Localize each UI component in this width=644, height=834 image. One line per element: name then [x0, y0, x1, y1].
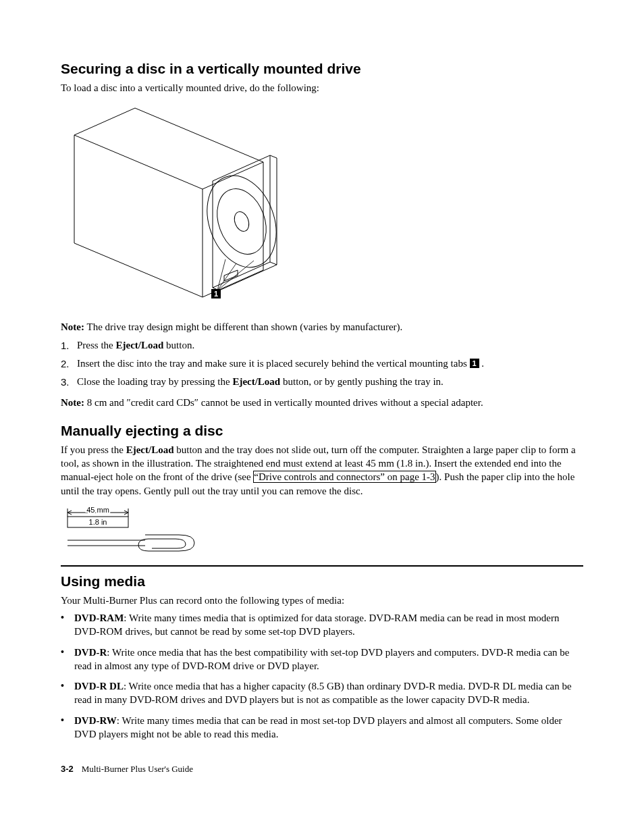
step-text: Press the Eject/Load button.: [77, 338, 583, 353]
list-item: DVD-R DL: Write once media that has a hi…: [61, 679, 583, 707]
note-design: Note: The drive tray design might be dif…: [61, 320, 583, 334]
intro-securing: To load a disc into a vertically mounted…: [61, 81, 583, 95]
media-term: DVD-RW: [74, 715, 117, 726]
media-term: DVD-RAM: [74, 613, 124, 623]
steps-list: 1. Press the Eject/Load button. 2. Inser…: [61, 338, 583, 389]
eject-load-label: Eject/Load: [126, 444, 174, 455]
callout-1-figure: 1: [214, 290, 218, 298]
callout-1-inline: 1: [470, 359, 479, 368]
page-footer: 3-2Multi-Burner Plus User's Guide: [61, 764, 583, 775]
section-rule: [61, 565, 583, 567]
step-num: 3.: [61, 375, 77, 389]
manual-eject-paragraph: If you press the Eject/Load button and t…: [61, 443, 583, 498]
media-def: : Write once media that has a higher cap…: [74, 681, 572, 705]
note-8cm-text: 8 cm and ″credit card CDs″ cannot be use…: [84, 397, 483, 408]
page-content: Securing a disc in a vertically mounted …: [0, 0, 644, 815]
media-term: DVD-R DL: [74, 681, 124, 692]
intro-using-media: Your Multi-Burner Plus can record onto t…: [61, 594, 583, 607]
section-using-media: Using media Your Multi-Burner Plus can r…: [61, 573, 583, 741]
figure-vertical-drive: 1: [61, 101, 583, 311]
media-def: : Write many times media that can be rea…: [74, 715, 562, 739]
list-item: DVD-RW: Write many times media that can …: [61, 714, 583, 741]
list-item: DVD-RAM: Write many times media that is …: [61, 611, 583, 639]
note-label: Note:: [61, 397, 84, 408]
heading-using-media: Using media: [61, 573, 583, 590]
note-label: Note:: [61, 321, 84, 332]
page-number: 3-2: [61, 764, 74, 774]
svg-point-1: [209, 182, 275, 261]
svg-point-2: [232, 210, 251, 234]
eject-load-label: Eject/Load: [232, 376, 280, 387]
step-3: 3. Close the loading tray by pressing th…: [61, 375, 583, 389]
step-num: 2.: [61, 357, 77, 371]
heading-securing: Securing a disc in a vertically mounted …: [61, 61, 583, 77]
step-text: Insert the disc into the tray and make s…: [77, 357, 583, 371]
section-securing: Securing a disc in a vertically mounted …: [61, 61, 583, 409]
section-manual-eject: Manually ejecting a disc If you press th…: [61, 423, 583, 552]
dim-mm: 45 mm: [86, 506, 109, 514]
footer-title: Multi-Burner Plus User's Guide: [82, 764, 193, 774]
figure-paper-clip: 45 mm 45 mm 1.8 in: [61, 504, 583, 552]
step-1: 1. Press the Eject/Load button.: [61, 338, 583, 353]
media-def: : Write once media that has the best com…: [74, 647, 570, 671]
dim-in: 1.8 in: [89, 518, 107, 526]
note-design-text: The drive tray design might be different…: [84, 321, 402, 332]
media-def: : Write many times media that is optimiz…: [74, 613, 560, 637]
step-num: 1.: [61, 338, 77, 353]
step-2: 2. Insert the disc into the tray and mak…: [61, 357, 583, 371]
link-drive-controls[interactable]: “Drive controls and connectors” on page …: [253, 471, 435, 483]
media-list: DVD-RAM: Write many times media that is …: [61, 611, 583, 741]
media-term: DVD-R: [74, 647, 107, 658]
step-text: Close the loading tray by pressing the E…: [77, 375, 583, 389]
note-8cm: Note: 8 cm and ″credit card CDs″ cannot …: [61, 396, 583, 409]
list-item: DVD-R: Write once media that has the bes…: [61, 646, 583, 673]
svg-point-0: [195, 166, 288, 277]
heading-manual-eject: Manually ejecting a disc: [61, 423, 583, 439]
eject-load-label: Eject/Load: [116, 340, 164, 350]
